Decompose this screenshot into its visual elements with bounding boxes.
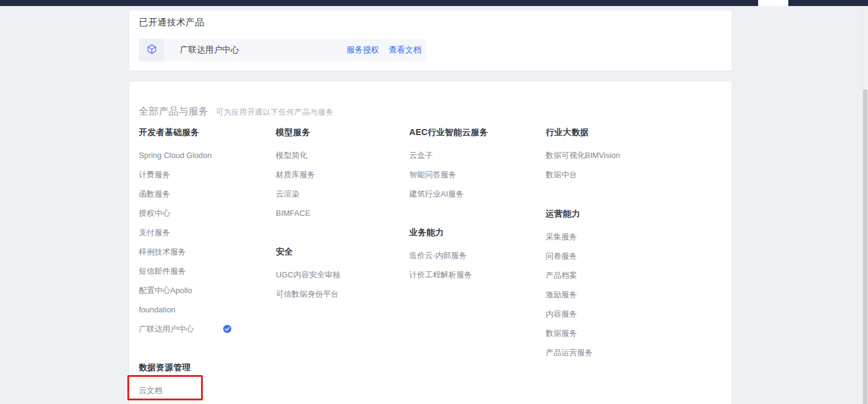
catalog-card: 全部产品与服务 可为应用开通以下任何产品与服务 开发者基础服务 Spring C… [129, 81, 732, 404]
catalog-item-billing-service[interactable]: 计费服务 [139, 171, 269, 190]
group-title: 业务能力 [409, 228, 539, 237]
catalog-item-ugc-content-review[interactable]: UGC内容安全审核 [276, 271, 406, 290]
catalog-item-collection-service[interactable]: 采集服务 [546, 233, 675, 252]
group-title: 数据资源管理 [139, 363, 269, 372]
activated-products-card: 已开通技术产品 广联达用户中心 服务授权 查看文档 [129, 10, 732, 71]
group-operation-capability: 运营能力 采集服务 问卷服务 产品档案 激励服务 内容服务 数据服务 产品运营服… [546, 209, 675, 368]
group-title: 运营能力 [546, 209, 675, 218]
catalog-item-construction-ai-service[interactable]: 建筑行业AI服务 [409, 190, 539, 209]
catalog-item-sample-tech-service[interactable]: 样例技术服务 [139, 248, 269, 267]
catalog-item-trusted-data-identity[interactable]: 可信数据身份平台 [276, 290, 406, 309]
catalog-item-product-archive[interactable]: 产品档案 [546, 271, 675, 291]
cube-icon [146, 43, 158, 57]
catalog-item-auth-center[interactable]: 授权中心 [139, 209, 269, 229]
scrollbar-thumb[interactable] [863, 89, 867, 404]
catalog-item-survey-service[interactable]: 问卷服务 [546, 252, 675, 271]
catalog-item-cost-cloud-internal[interactable]: 造价云-内部服务 [409, 251, 539, 271]
product-icon-cell [139, 39, 164, 62]
catalog-item-product-operation-service[interactable]: 产品运营服务 [546, 349, 675, 368]
catalog-item-data-middle-platform[interactable]: 数据中台 [546, 171, 675, 190]
group-developer-basics: 开发者基础服务 Spring Cloud Glodon 计费服务 函数服务 授权… [139, 128, 269, 344]
catalog-item-glodon-user-center[interactable]: 广联达用户中心 [139, 325, 269, 344]
group-title: 行业大数据 [546, 128, 675, 137]
group-items: 云文档 [139, 387, 269, 404]
check-circle-icon [223, 324, 232, 333]
group-title: AEC行业智能云服务 [409, 128, 539, 137]
catalog-header: 全部产品与服务 可为应用开通以下任何产品与服务 [139, 106, 334, 118]
group-items: 数据可视化BIMVision 数据中台 [546, 151, 675, 190]
group-items: 模型简化 材质库服务 云渲染 BIMFACE [276, 151, 406, 229]
activated-product-row: 广联达用户中心 服务授权 查看文档 [139, 39, 426, 62]
view-docs-link[interactable]: 查看文档 [389, 45, 421, 55]
group-title: 开发者基础服务 [139, 128, 269, 137]
catalog-item-bimvision[interactable]: 数据可视化BIMVision [546, 151, 675, 171]
group-title: 安全 [276, 247, 406, 256]
catalog-item-data-service[interactable]: 数据服务 [546, 329, 675, 349]
catalog-item-payment-service[interactable]: 支付服务 [139, 229, 269, 248]
catalog-item-incentive-service[interactable]: 激励服务 [546, 291, 675, 310]
catalog-item-spring-cloud-glodon[interactable]: Spring Cloud Glodon [139, 151, 269, 171]
group-items: 造价云-内部服务 计价工程解析服务 [409, 251, 539, 290]
catalog-title: 全部产品与服务 [139, 106, 209, 118]
catalog-item-foundation[interactable]: foundation [139, 306, 269, 325]
catalog-item-bimface[interactable]: BIMFACE [276, 209, 406, 229]
service-authorization-link[interactable]: 服务授权 [346, 45, 379, 55]
group-items: Spring Cloud Glodon 计费服务 函数服务 授权中心 支付服务 … [139, 151, 269, 344]
group-business-capability: 业务能力 造价云-内部服务 计价工程解析服务 [409, 228, 539, 290]
catalog-item-function-service[interactable]: 函数服务 [139, 190, 269, 209]
product-actions: 服务授权 查看文档 [346, 45, 426, 55]
console-page: { "activated": { "title": "已开通技术产品", "pr… [0, 0, 868, 404]
catalog-subtitle: 可为应用开通以下任何产品与服务 [216, 107, 334, 118]
catalog-item-sms-email-service[interactable]: 短信邮件服务 [139, 267, 269, 286]
catalog-item-cloud-box[interactable]: 云盒子 [409, 151, 539, 171]
catalog-item-config-center-apollo[interactable]: 配置中心Apollo [139, 286, 269, 306]
top-bar-notch [758, 0, 788, 6]
group-aec-smart-cloud: AEC行业智能云服务 云盒子 智能问答服务 建筑行业AI服务 [409, 128, 539, 209]
group-items: UGC内容安全审核 可信数据身份平台 [276, 271, 406, 309]
catalog-item-pricing-project-parsing[interactable]: 计价工程解析服务 [409, 271, 539, 290]
group-industry-bigdata: 行业大数据 数据可视化BIMVision 数据中台 [546, 128, 675, 190]
group-security: 安全 UGC内容安全审核 可信数据身份平台 [276, 247, 406, 309]
catalog-item-smart-qa-service[interactable]: 智能问答服务 [409, 171, 539, 190]
product-name: 广联达用户中心 [180, 45, 239, 55]
catalog-item-model-simplification[interactable]: 模型简化 [276, 151, 406, 171]
group-data-resource-management: 数据资源管理 云文档 [139, 363, 269, 404]
activated-products-title: 已开通技术产品 [139, 17, 205, 28]
browser-top-bar [0, 0, 868, 6]
catalog-item-cloud-document[interactable]: 云文档 [139, 387, 269, 404]
group-items: 云盒子 智能问答服务 建筑行业AI服务 [409, 151, 539, 209]
catalog-item-material-library-service[interactable]: 材质库服务 [276, 171, 406, 190]
catalog-item-content-service[interactable]: 内容服务 [546, 310, 675, 329]
catalog-item-label: 广联达用户中心 [139, 324, 194, 333]
catalog-item-cloud-rendering[interactable]: 云渲染 [276, 190, 406, 209]
group-items: 采集服务 问卷服务 产品档案 激励服务 内容服务 数据服务 产品运营服务 [546, 233, 675, 368]
group-model-services: 模型服务 模型简化 材质库服务 云渲染 BIMFACE [276, 128, 406, 229]
scrollbar-track[interactable] [863, 6, 868, 404]
group-title: 模型服务 [276, 128, 406, 137]
